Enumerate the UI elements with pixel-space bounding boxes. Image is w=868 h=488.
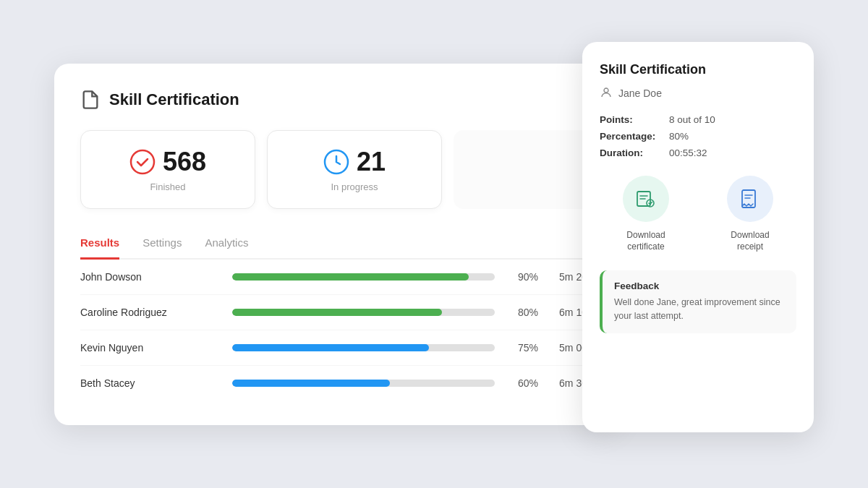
tab-settings[interactable]: Settings (142, 229, 182, 260)
result-name: John Dowson (80, 271, 218, 283)
progress-bar (232, 380, 495, 387)
detail-card: Skill Certification Jane Doe Points: 8 o… (582, 42, 814, 432)
finished-label: Finished (150, 181, 185, 192)
detail-stats: Points: 8 out of 10 Percentage: 80% Dura… (600, 114, 796, 158)
result-percent: 75% (509, 342, 538, 354)
progress-fill (232, 273, 469, 281)
inprogress-label: In progress (331, 181, 378, 192)
result-percent: 80% (509, 307, 538, 318)
detail-title: Skill Certification (600, 62, 796, 77)
stats-row: 568 Finished 21 In progress (80, 130, 592, 209)
svg-point-2 (604, 88, 608, 93)
tab-analytics[interactable]: Analytics (205, 229, 248, 260)
feedback-title: Feedback (614, 281, 785, 291)
progress-fill (232, 309, 442, 316)
svg-point-0 (131, 150, 154, 174)
card-header: Skill Certification (80, 90, 592, 110)
progress-bar (232, 344, 495, 351)
result-percent: 90% (509, 271, 538, 283)
stat-percentage: Percentage: 80% (600, 131, 796, 142)
user-icon (600, 86, 613, 101)
download-certificate-button[interactable]: Downloadcertificate (600, 176, 692, 254)
stat-duration: Duration: 00:55:32 (600, 147, 796, 158)
progress-fill (232, 380, 390, 387)
progress-fill (232, 344, 429, 351)
result-percent: 60% (509, 377, 538, 389)
certificate-icon-circle (623, 176, 669, 222)
receipt-icon-circle (727, 176, 773, 222)
download-receipt-button[interactable]: Downloadreceipt (704, 176, 796, 254)
feedback-text: Well done Jane, great improvement since … (614, 296, 785, 323)
progress-bar (232, 309, 495, 316)
progress-bar (232, 273, 495, 281)
table-row: Caroline Rodriguez 80% 6m 10s (80, 295, 592, 330)
finished-stat-box: 568 Finished (80, 130, 255, 209)
placeholder-stat-box (454, 130, 592, 209)
table-row: Kevin Nguyen 75% 5m 00s (80, 330, 592, 366)
user-name: Jane Doe (618, 87, 662, 99)
table-row: John Dowson 90% 5m 20s (80, 260, 592, 295)
inprogress-count: 21 (357, 147, 386, 177)
stat-points: Points: 8 out of 10 (600, 114, 796, 125)
feedback-box: Feedback Well done Jane, great improveme… (600, 270, 796, 333)
finished-count: 568 (163, 147, 206, 177)
results-table: John Dowson 90% 5m 20s Caroline Rodrigue… (80, 260, 592, 401)
action-buttons: Downloadcertificate Downloadreceipt (600, 176, 796, 254)
clock-icon (323, 149, 349, 175)
certificate-label: Downloadcertificate (626, 229, 665, 254)
main-card: Skill Certification 568 Finished (54, 64, 618, 425)
table-row: Beth Stacey 60% 6m 30s (80, 366, 592, 401)
result-name: Beth Stacey (80, 377, 218, 389)
check-circle-icon (129, 149, 156, 175)
detail-user: Jane Doe (600, 86, 796, 101)
page-title: Skill Certification (109, 90, 239, 109)
result-name: Caroline Rodriguez (80, 307, 218, 318)
receipt-label: Downloadreceipt (731, 229, 769, 254)
svg-rect-5 (742, 190, 755, 207)
tab-results[interactable]: Results (80, 229, 119, 260)
result-name: Kevin Nguyen (80, 342, 218, 354)
document-icon (80, 90, 101, 110)
inprogress-stat-box: 21 In progress (267, 130, 442, 209)
tabs-bar: Results Settings Analytics (80, 229, 592, 260)
